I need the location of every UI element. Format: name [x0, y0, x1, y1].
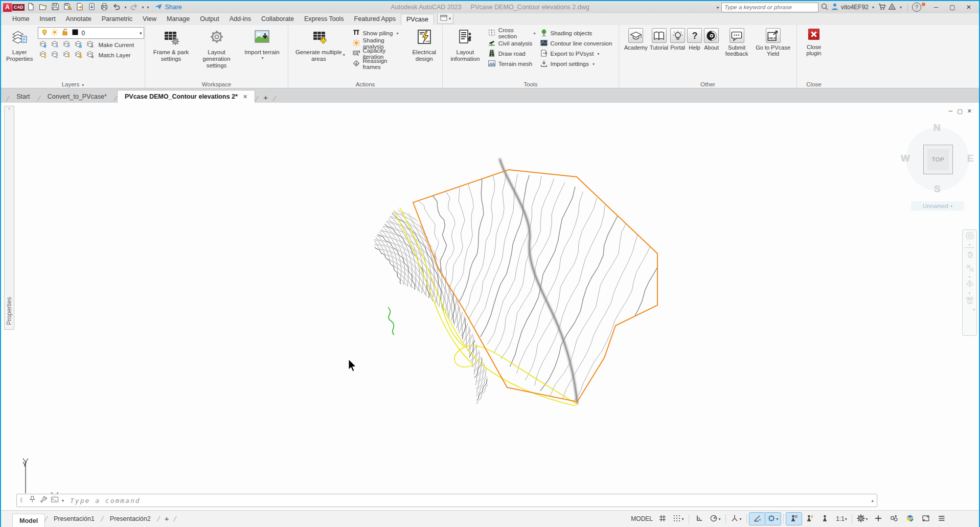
app-store-cart-icon[interactable]: [878, 3, 886, 12]
academy-button[interactable]: Academy: [623, 27, 649, 58]
navbar-customize[interactable]: ⊖: [972, 308, 975, 311]
shading-analysis-button[interactable]: Shading analysis: [351, 38, 407, 49]
draw-road-button[interactable]: Draw road: [487, 49, 537, 59]
share-button[interactable]: Share: [154, 3, 181, 12]
viewcube-north[interactable]: N: [933, 122, 941, 133]
customization-menu-icon[interactable]: [934, 513, 949, 525]
ribbon-tab-view[interactable]: View: [138, 14, 162, 25]
viewport-close-icon[interactable]: ✕: [967, 108, 972, 114]
drawing-canvas[interactable]: ⠿ Properties ─ ▢ ✕ N W E S TOP Unnamed ▾…: [1, 103, 979, 510]
layout-tab-presentaci-n1[interactable]: Presentación1: [47, 512, 101, 525]
hardware-acceleration-icon[interactable]: [902, 513, 918, 525]
zoom-extents-icon[interactable]: [966, 264, 974, 274]
user-avatar-icon[interactable]: [831, 3, 839, 12]
close-button[interactable]: ✕: [962, 2, 976, 13]
open-file-button[interactable]: [37, 2, 49, 12]
close-plugin-button[interactable]: Close plugin: [800, 27, 828, 57]
layout-tab-presentaci-n2[interactable]: Presentación2: [103, 512, 157, 525]
search-input[interactable]: [721, 3, 818, 12]
viewport-minimize-icon[interactable]: ─: [949, 108, 953, 114]
layout-information-button[interactable]: Layout information: [446, 27, 485, 79]
layer-thaw-button[interactable]: [61, 51, 72, 59]
isolate-objects-icon[interactable]: [886, 513, 902, 525]
command-line-grip[interactable]: ⠿⠿: [20, 498, 25, 503]
navbar-dropdown[interactable]: ▾: [969, 243, 971, 246]
layer-on-button[interactable]: [38, 51, 48, 59]
minimize-button[interactable]: ─: [929, 2, 943, 13]
terrain-mesh-button[interactable]: Terrain mesh: [487, 59, 537, 69]
command-history-toggle[interactable]: ▴: [871, 498, 874, 503]
layer-unisolate-button[interactable]: [50, 51, 60, 59]
about-button[interactable]: About: [703, 27, 720, 58]
layer-isolate-button[interactable]: [50, 40, 60, 49]
viewcube-top-face[interactable]: TOP: [923, 145, 953, 174]
named-view-selector[interactable]: Unnamed ▾: [911, 201, 964, 211]
ribbon-tab-annotate[interactable]: Annotate: [61, 14, 97, 25]
ortho-mode-icon[interactable]: [692, 513, 707, 525]
publish-button[interactable]: [86, 2, 98, 12]
zoom-dropdown[interactable]: ▾: [969, 276, 971, 279]
undo-button[interactable]: [111, 2, 122, 12]
model-space-button[interactable]: MODEL: [629, 513, 654, 525]
electrical-design-button[interactable]: Electrical design: [409, 27, 439, 79]
layer-freeze-button[interactable]: [61, 40, 72, 49]
search-expand-arrow[interactable]: ▸: [717, 5, 719, 10]
help-icon[interactable]: ?: [912, 3, 921, 12]
qat-customize-dropdown[interactable]: ▾: [145, 5, 150, 10]
command-line[interactable]: ⠿⠿ ▾ Type a command ▴: [16, 494, 877, 507]
viewport-restore-icon[interactable]: ▢: [957, 108, 962, 114]
ribbon-display-toggle[interactable]: ▾: [437, 13, 453, 24]
contour-line-conversion-button[interactable]: Contour line conversion: [539, 38, 616, 49]
annotation-scale-value[interactable]: 1:1▾: [834, 513, 849, 525]
ribbon-tab-parametric[interactable]: Parametric: [97, 14, 138, 25]
recent-commands-dropdown[interactable]: ▾: [62, 498, 64, 503]
viewcube-west[interactable]: W: [901, 153, 910, 164]
customization-plus-icon[interactable]: [871, 513, 886, 525]
ribbon-tab-add-ins[interactable]: Add-ins: [224, 14, 256, 25]
viewcube-east[interactable]: E: [967, 153, 974, 164]
viewcube-south[interactable]: S: [934, 184, 941, 195]
save-as-button[interactable]: [62, 2, 73, 12]
new-layout-button[interactable]: +: [159, 514, 174, 524]
command-prompt-icon[interactable]: [51, 495, 59, 506]
viewcube[interactable]: N W E S TOP Unnamed ▾: [897, 118, 978, 213]
match-layer-button[interactable]: Match Layer: [98, 52, 130, 58]
layer-lock-button[interactable]: [73, 40, 83, 49]
panel-label-layers[interactable]: Layers ▾: [1, 81, 145, 87]
show-piling-button[interactable]: Show piling▾: [351, 28, 407, 38]
make-current-button[interactable]: [85, 40, 95, 49]
isometric-drafting-icon[interactable]: ▾: [728, 513, 744, 525]
ribbon-tab-pvcase[interactable]: PVcase: [401, 14, 434, 25]
search-icon[interactable]: [821, 3, 829, 12]
civil-analysis-button[interactable]: Civil analysis: [487, 38, 537, 49]
clean-screen-icon[interactable]: [918, 513, 933, 525]
make-current-button[interactable]: Make Current: [98, 42, 134, 48]
app-manager-icon[interactable]: [888, 3, 896, 12]
command-input[interactable]: Type a command: [70, 497, 141, 505]
redo-button[interactable]: [128, 2, 140, 12]
file-tab-2[interactable]: Convert_to_PVcase*: [40, 90, 114, 103]
polar-tracking-icon[interactable]: ▾: [708, 513, 723, 525]
help-button[interactable]: ? Help: [686, 27, 703, 58]
layer-unlock-button[interactable]: [73, 51, 83, 59]
shading-objects-button[interactable]: Shading objects: [539, 28, 616, 38]
snap-mode-icon[interactable]: ▾: [671, 513, 686, 525]
ribbon-tab-express-tools[interactable]: Express Tools: [299, 14, 349, 25]
navigation-bar[interactable]: ▾ ▾ ▾ ⊖: [962, 230, 977, 336]
go-to-pvcase-yield-button[interactable]: YIELD Go to PVcase Yield: [754, 27, 792, 58]
plot-button[interactable]: [99, 2, 110, 12]
showmotion-icon[interactable]: [966, 296, 974, 307]
match-layer-button[interactable]: [85, 51, 95, 59]
grid-display-icon[interactable]: [655, 513, 670, 525]
import-settings-button[interactable]: Import settings▾: [539, 59, 616, 69]
generate-multiple-areas-button[interactable]: Generate multiple areas▾: [291, 27, 349, 79]
workspace-switching-icon[interactable]: ▾: [855, 513, 870, 525]
layer-select[interactable]: 0 ▾: [38, 27, 144, 39]
orbit-icon[interactable]: [966, 280, 974, 290]
layout-generation-button[interactable]: Layout generation settings: [194, 27, 239, 79]
ribbon-tab-output[interactable]: Output: [195, 14, 224, 25]
autocad-logo[interactable]: A CAD: [3, 3, 25, 12]
command-customize-icon[interactable]: [39, 495, 48, 506]
import-terrain-button[interactable]: Import terrain▾: [239, 27, 285, 79]
layout-tab-model[interactable]: Model: [12, 514, 45, 527]
